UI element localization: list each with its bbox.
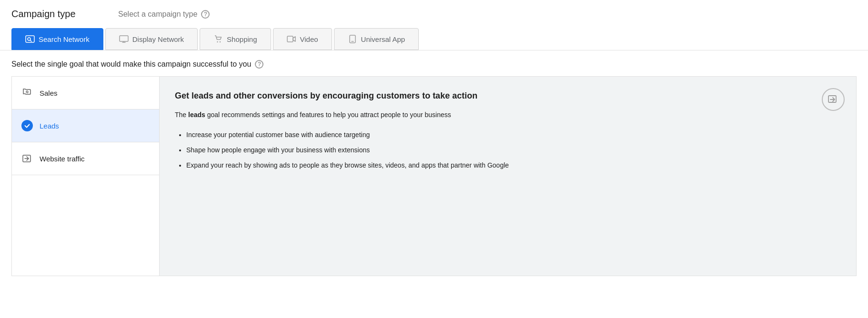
video-icon bbox=[287, 34, 296, 44]
main-content: Sales Leads bbox=[11, 76, 857, 276]
goals-empty-space bbox=[12, 175, 159, 213]
bullet-1: Increase your potential customer base wi… bbox=[186, 128, 841, 141]
select-campaign-label: Select a campaign type ? bbox=[118, 10, 210, 19]
goals-list: Sales Leads bbox=[12, 77, 160, 276]
tab-universal-app[interactable]: Universal App bbox=[334, 28, 419, 50]
leads-check-icon bbox=[21, 120, 33, 131]
campaign-type-label: Campaign type bbox=[11, 9, 107, 20]
svg-rect-13 bbox=[828, 96, 836, 102]
svg-rect-3 bbox=[120, 36, 128, 41]
detail-bullets: Increase your potential customer base wi… bbox=[175, 128, 841, 172]
detail-panel: Get leads and other conversions by encou… bbox=[160, 77, 856, 276]
goal-item-leads[interactable]: Leads bbox=[12, 109, 159, 142]
bullet-2: Shape how people engage with your busine… bbox=[186, 143, 841, 157]
goal-help-icon[interactable]: ? bbox=[255, 60, 263, 69]
svg-point-7 bbox=[220, 41, 221, 42]
search-network-icon bbox=[25, 34, 35, 44]
tab-universal-label: Universal App bbox=[361, 35, 405, 43]
tab-display-network[interactable]: Display Network bbox=[105, 28, 198, 50]
sales-icon bbox=[21, 87, 33, 99]
tab-shopping-label: Shopping bbox=[227, 35, 257, 43]
svg-rect-0 bbox=[26, 36, 34, 42]
tab-search-network[interactable]: Search Network bbox=[11, 28, 103, 50]
website-traffic-label: Website traffic bbox=[40, 155, 84, 163]
svg-point-6 bbox=[217, 41, 218, 42]
detail-description: The leads goal recommends settings and f… bbox=[175, 109, 841, 120]
page-wrapper: Campaign type Select a campaign type ? S… bbox=[0, 0, 868, 276]
goal-item-sales[interactable]: Sales bbox=[12, 77, 159, 109]
website-traffic-icon bbox=[21, 153, 33, 164]
tab-video[interactable]: Video bbox=[273, 28, 332, 50]
header-row: Campaign type Select a campaign type ? bbox=[0, 9, 868, 28]
universal-app-icon bbox=[348, 34, 357, 44]
tab-search-label: Search Network bbox=[39, 35, 90, 43]
sales-label: Sales bbox=[40, 89, 58, 97]
detail-corner-icon[interactable] bbox=[822, 88, 845, 111]
tab-shopping[interactable]: Shopping bbox=[200, 28, 271, 50]
svg-line-2 bbox=[30, 40, 32, 42]
tab-display-label: Display Network bbox=[132, 35, 184, 43]
shopping-icon bbox=[213, 34, 223, 44]
leads-label: Leads bbox=[40, 122, 59, 130]
svg-point-11 bbox=[26, 91, 28, 93]
goal-subtitle: Select the single goal that would make t… bbox=[0, 50, 868, 76]
svg-rect-8 bbox=[287, 36, 293, 42]
tab-video-label: Video bbox=[300, 35, 318, 43]
display-network-icon bbox=[119, 34, 129, 44]
bullet-3: Expand your reach by showing ads to peop… bbox=[186, 159, 841, 172]
tabs-row: Search Network Display Network Shopp bbox=[0, 28, 868, 50]
detail-title: Get leads and other conversions by encou… bbox=[175, 90, 741, 102]
help-icon[interactable]: ? bbox=[201, 10, 210, 19]
goal-item-website-traffic[interactable]: Website traffic bbox=[12, 142, 159, 175]
